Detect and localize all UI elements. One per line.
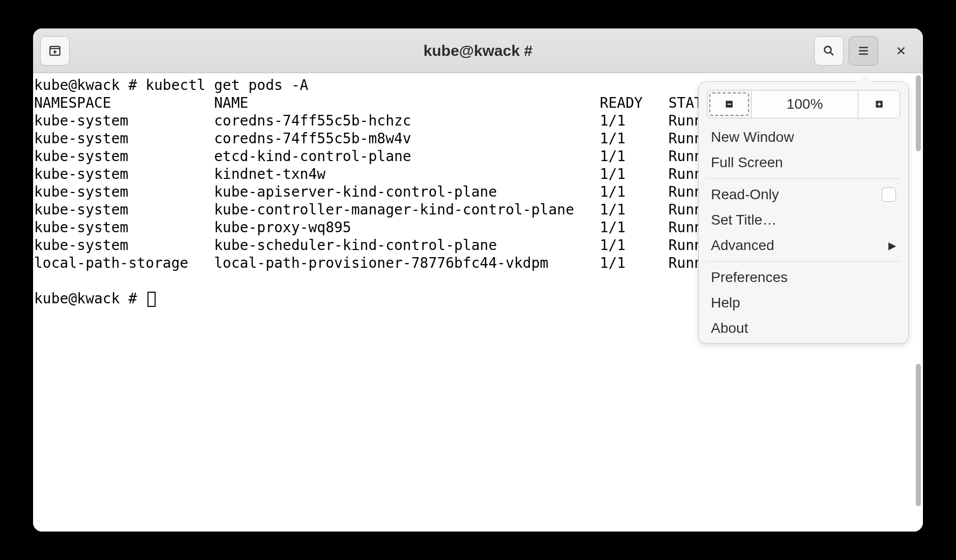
menu-preferences[interactable]: Preferences xyxy=(704,265,903,290)
zoom-in-button[interactable] xyxy=(858,90,900,118)
titlebar: kube@kwack # xyxy=(33,28,923,73)
svg-line-5 xyxy=(830,52,833,55)
menu-set-title[interactable]: Set Title… xyxy=(704,207,903,233)
pod-table: NAMESPACE NAME READY STATUS kube-system … xyxy=(34,95,728,271)
menu-help[interactable]: Help xyxy=(704,290,903,316)
new-tab-button[interactable] xyxy=(40,36,70,66)
close-button[interactable] xyxy=(886,36,916,66)
menu-advanced[interactable]: Advanced ▶ xyxy=(704,233,903,258)
window-title: kube@kwack # xyxy=(33,42,923,59)
prompt-line: kube@kwack # kubectl get pods -A xyxy=(34,77,308,94)
search-button[interactable] xyxy=(814,36,844,66)
zoom-level: 100% xyxy=(751,90,858,118)
new-tab-icon xyxy=(48,44,62,57)
cursor xyxy=(147,292,156,307)
scrollbar-thumb[interactable] xyxy=(916,364,921,506)
minus-icon xyxy=(724,99,734,109)
menu-new-window[interactable]: New Window xyxy=(704,125,903,150)
menu-read-only[interactable]: Read-Only xyxy=(704,182,903,207)
prompt-line: kube@kwack # xyxy=(34,290,145,307)
menu-about[interactable]: About xyxy=(704,316,903,341)
terminal-window: kube@kwack # xyxy=(33,28,923,532)
chevron-right-icon: ▶ xyxy=(888,239,896,252)
plus-icon xyxy=(874,99,884,109)
scrollbar-thumb[interactable] xyxy=(916,75,921,151)
close-icon xyxy=(895,45,907,56)
read-only-checkbox[interactable] xyxy=(882,188,896,202)
zoom-out-button[interactable] xyxy=(709,92,749,116)
menu-separator xyxy=(707,261,900,262)
menu-separator xyxy=(707,178,900,179)
search-icon xyxy=(822,44,835,57)
hamburger-menu-popover: 100% New Window Full Screen Read-Only Se… xyxy=(698,81,909,344)
hamburger-icon xyxy=(857,44,870,57)
zoom-control: 100% xyxy=(707,90,900,118)
svg-point-4 xyxy=(824,46,831,53)
menu-full-screen[interactable]: Full Screen xyxy=(704,150,903,175)
hamburger-menu-button[interactable] xyxy=(849,36,878,66)
